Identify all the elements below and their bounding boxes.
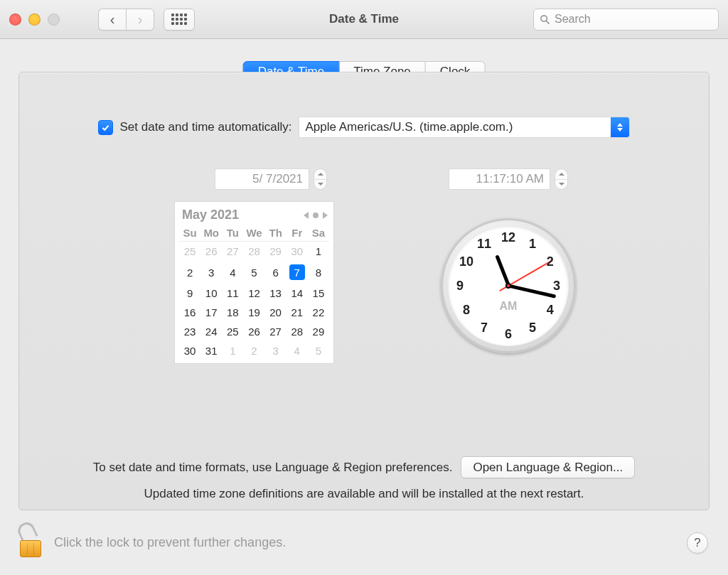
calendar-day[interactable]: 3 — [200, 261, 222, 284]
calendar-day[interactable]: 27 — [222, 242, 243, 262]
calendar: May 2021 SuMoTuWeThFrSa 2526272829301234… — [174, 201, 334, 364]
calendar-day[interactable]: 7 — [287, 261, 308, 284]
calendar-day[interactable]: 30 — [287, 242, 308, 262]
clock-numeral: 1 — [529, 237, 536, 252]
calendar-day[interactable]: 4 — [222, 261, 243, 284]
stepper-down[interactable] — [314, 180, 326, 190]
search-field[interactable]: Search — [533, 9, 719, 31]
calendar-day[interactable]: 2 — [179, 261, 200, 284]
calendar-day[interactable]: 31 — [200, 341, 222, 360]
calendar-day[interactable]: 5 — [308, 341, 329, 360]
button-label: Open Language & Region... — [473, 461, 623, 475]
calendar-day[interactable]: 11 — [222, 284, 243, 303]
minimize-button[interactable] — [28, 14, 41, 26]
time-field[interactable]: 11:17:10 AM — [449, 168, 550, 190]
footer: Click the lock to prevent further change… — [0, 510, 728, 575]
calendar-day[interactable]: 23 — [179, 322, 200, 341]
calendar-grid: SuMoTuWeThFrSa 2526272829301234567891011… — [179, 225, 329, 360]
timezone-update-note: Updated time zone definitions are availa… — [19, 487, 709, 501]
weekday-label: Su — [179, 225, 200, 242]
calendar-day[interactable]: 6 — [265, 261, 287, 284]
calendar-day[interactable]: 20 — [265, 303, 287, 322]
calendar-day[interactable]: 25 — [222, 322, 243, 341]
time-server-value: Apple Americas/U.S. (time.apple.com.) — [305, 120, 513, 134]
calendar-day[interactable]: 29 — [265, 242, 287, 262]
clock-numeral: 5 — [529, 320, 536, 335]
calendar-day[interactable]: 1 — [308, 242, 329, 262]
calendar-day[interactable]: 17 — [200, 303, 222, 322]
calendar-day[interactable]: 19 — [243, 303, 264, 322]
date-stepper[interactable] — [314, 168, 327, 190]
calendar-day[interactable]: 21 — [287, 303, 308, 322]
open-language-region-button[interactable]: Open Language & Region... — [461, 456, 635, 478]
calendar-day[interactable]: 16 — [179, 303, 200, 322]
calendar-day[interactable]: 29 — [308, 322, 329, 341]
stepper-up[interactable] — [314, 169, 326, 180]
weekday-label: We — [243, 225, 264, 242]
date-field-value: 5/ 7/2021 — [252, 172, 303, 186]
grid-icon — [171, 14, 187, 25]
stepper-up[interactable] — [555, 169, 567, 180]
clock-center-pin-red — [507, 284, 510, 287]
weekday-label: Fr — [287, 225, 308, 242]
clock-numeral: 2 — [547, 254, 554, 269]
clock-numeral: 7 — [481, 320, 488, 335]
date-column: 5/ 7/2021 May 2021 SuMoTuWeThFrSa — [174, 168, 327, 364]
calendar-day[interactable]: 28 — [243, 242, 264, 262]
time-stepper[interactable] — [555, 168, 568, 190]
clock-numeral: 3 — [553, 279, 560, 294]
analog-clock: AM 123456789101112 — [441, 218, 576, 353]
settings-pane: Set date and time automatically: Apple A… — [18, 72, 710, 510]
calendar-day[interactable]: 4 — [287, 341, 308, 360]
calendar-day[interactable]: 28 — [287, 322, 308, 341]
weekday-label: Th — [265, 225, 287, 242]
calendar-day[interactable]: 22 — [308, 303, 329, 322]
calendar-day[interactable]: 1 — [222, 341, 243, 360]
forward-button[interactable]: › — [126, 9, 154, 31]
calendar-day[interactable]: 26 — [243, 322, 264, 341]
calendar-day[interactable]: 8 — [308, 261, 329, 284]
calendar-day[interactable]: 5 — [243, 261, 264, 284]
calendar-day[interactable]: 24 — [200, 322, 222, 341]
clock-numeral: 8 — [463, 303, 470, 318]
calendar-day[interactable]: 13 — [265, 284, 287, 303]
window-titlebar: ‹ › Date & Time Search — [0, 0, 728, 39]
calendar-day[interactable]: 25 — [179, 242, 200, 262]
calendar-day[interactable]: 2 — [243, 341, 264, 360]
calendar-prev-icon[interactable] — [304, 212, 309, 219]
time-server-combo[interactable]: Apple Americas/U.S. (time.apple.com.) — [299, 117, 630, 138]
calendar-day[interactable]: 3 — [265, 341, 287, 360]
close-button[interactable] — [9, 14, 21, 26]
stepper-down[interactable] — [555, 180, 567, 190]
auto-time-checkbox[interactable] — [98, 120, 113, 135]
back-button[interactable]: ‹ — [98, 9, 126, 31]
calendar-day[interactable]: 26 — [200, 242, 222, 262]
calendar-day[interactable]: 27 — [265, 322, 287, 341]
minute-hand — [508, 284, 555, 299]
calendar-day[interactable]: 15 — [308, 284, 329, 303]
clock-numeral: 4 — [547, 303, 554, 318]
date-field[interactable]: 5/ 7/2021 — [215, 168, 309, 190]
clock-numeral: 10 — [459, 254, 473, 269]
content-area: Date & Time Time Zone Clock Set date and… — [0, 38, 728, 575]
show-all-button[interactable] — [164, 9, 195, 31]
calendar-today-icon[interactable] — [313, 213, 318, 218]
zoom-button[interactable] — [48, 14, 60, 26]
help-icon: ? — [694, 536, 700, 550]
calendar-nav — [304, 212, 328, 219]
calendar-day[interactable]: 9 — [179, 284, 200, 303]
search-placeholder: Search — [555, 13, 591, 26]
calendar-day[interactable]: 10 — [200, 284, 222, 303]
calendar-day[interactable]: 18 — [222, 303, 243, 322]
calendar-day[interactable]: 14 — [287, 284, 308, 303]
calendar-day[interactable]: 12 — [243, 284, 264, 303]
help-button[interactable]: ? — [687, 532, 708, 554]
clock-numeral: 12 — [501, 230, 515, 245]
time-column: 11:17:10 AM AM 123456789101112 — [430, 168, 587, 353]
calendar-next-icon[interactable] — [323, 212, 328, 219]
nav-back-forward: ‹ › — [98, 9, 195, 31]
calendar-day[interactable]: 30 — [179, 341, 200, 360]
lock-icon[interactable] — [20, 529, 41, 557]
clock-numeral: 9 — [456, 279, 464, 294]
dropdown-caret-icon — [611, 117, 629, 137]
